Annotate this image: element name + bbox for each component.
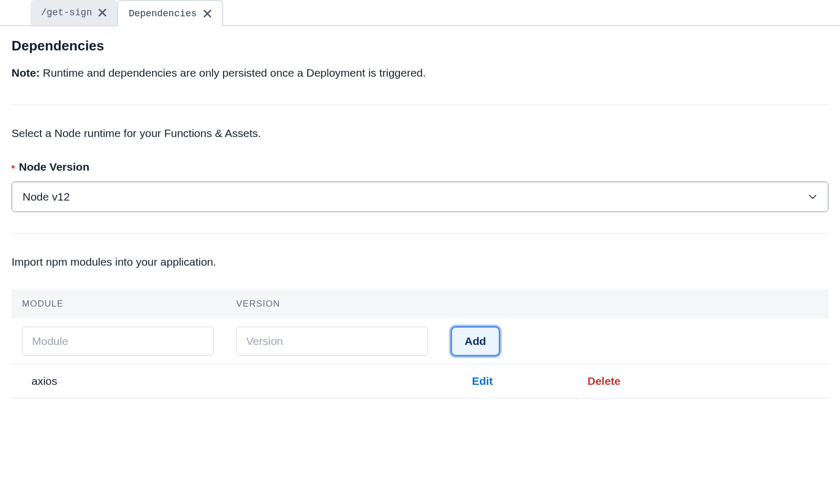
add-button[interactable]: Add	[450, 326, 500, 356]
note-label: Note:	[12, 67, 40, 79]
runtime-description: Select a Node runtime for your Functions…	[12, 127, 828, 140]
column-header-version: VERSION	[236, 299, 450, 309]
delete-button[interactable]: Delete	[575, 375, 621, 387]
page-title: Dependencies	[12, 38, 828, 54]
import-description: Import npm modules into your application…	[12, 256, 828, 268]
tab-dependencies[interactable]: Dependencies	[117, 0, 223, 26]
node-version-select-wrap: Node v12	[12, 182, 828, 212]
tab-label: Dependencies	[129, 8, 197, 19]
node-version-select[interactable]: Node v12	[12, 182, 828, 212]
note-line: Note: Runtime and dependencies are only …	[12, 67, 828, 79]
edit-button[interactable]: Edit	[460, 375, 493, 387]
table-row: axios Edit Delete	[12, 364, 828, 398]
content-area: Dependencies Note: Runtime and dependenc…	[0, 26, 840, 410]
note-text: Runtime and dependencies are only persis…	[43, 67, 426, 79]
column-header-module: MODULE	[22, 299, 236, 309]
required-dot-icon	[12, 165, 15, 169]
tab-get-sign[interactable]: /get-sign	[30, 0, 117, 25]
tabs-bar: /get-sign Dependencies	[0, 0, 840, 26]
module-name: axios	[32, 375, 246, 387]
close-icon[interactable]	[203, 9, 212, 18]
field-label-row: Node Version	[12, 161, 828, 173]
divider	[12, 104, 828, 105]
divider	[12, 233, 828, 234]
version-input[interactable]	[236, 327, 428, 356]
table-header: MODULE VERSION	[12, 289, 828, 319]
close-icon[interactable]	[98, 8, 107, 17]
modules-table: MODULE VERSION Add axios Edit Del	[12, 289, 828, 398]
module-input[interactable]	[22, 327, 214, 356]
node-version-label: Node Version	[19, 161, 89, 173]
tab-label: /get-sign	[41, 7, 92, 18]
table-input-row: Add	[12, 319, 828, 364]
